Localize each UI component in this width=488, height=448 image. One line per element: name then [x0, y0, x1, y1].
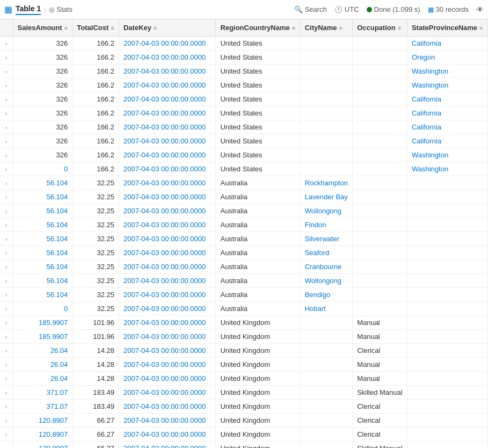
row-expand-cell[interactable]: ›	[0, 260, 13, 274]
stateprovincename-filter-icon[interactable]: ≡	[479, 25, 483, 31]
totalcost-filter-icon[interactable]: ≡	[111, 25, 114, 31]
row-expand-cell[interactable]: ›	[0, 428, 13, 442]
row-expand-cell[interactable]: ›	[0, 442, 13, 449]
row-expand-cell[interactable]: ›	[0, 92, 13, 106]
cell-occupation	[353, 246, 407, 260]
row-expand-cell[interactable]: ›	[0, 106, 13, 120]
table-container: SalesAmount ≡ TotalCost ≡ DateKey ≡	[0, 19, 488, 448]
row-expand-cell[interactable]: ›	[0, 190, 13, 204]
col-datekey[interactable]: DateKey ≡	[119, 19, 216, 37]
row-expand-cell[interactable]: ›	[0, 288, 13, 302]
cell-datekey: 2007-04-03 00:00:00.0000	[119, 106, 216, 120]
expand-icon: ›	[5, 83, 7, 89]
utc-button[interactable]: 🕐 UTC	[334, 5, 359, 13]
cell-datekey: 2007-04-03 00:00:00.0000	[119, 330, 216, 344]
row-expand-cell[interactable]: ›	[0, 64, 13, 78]
occupation-filter-icon[interactable]: ≡	[398, 25, 401, 31]
toolbar: ▦ Table 1 | ◎ Stats 🔍 Search 🕐 UTC Done …	[0, 0, 488, 19]
records-button[interactable]: ▦ 30 records	[428, 5, 469, 13]
visibility-button[interactable]: 👁	[476, 5, 484, 14]
cell-salesamount: 326	[13, 78, 72, 92]
row-expand-cell[interactable]: ›	[0, 344, 13, 358]
cell-salesamount: 56.104	[13, 274, 72, 288]
stats-label: Stats	[56, 5, 72, 13]
col-cityname[interactable]: CityName ≡	[300, 19, 353, 37]
done-label: Done (1.099 s)	[374, 5, 420, 13]
cell-occupation	[353, 204, 407, 218]
col-totalcost-label: TotalCost	[77, 24, 108, 32]
search-button[interactable]: 🔍 Search	[294, 5, 327, 13]
col-expand	[0, 19, 13, 37]
cell-datekey: 2007-04-03 00:00:00.0000	[119, 274, 216, 288]
salesamount-filter-icon[interactable]: ≡	[64, 25, 68, 31]
row-expand-cell[interactable]: ›	[0, 176, 13, 190]
cityname-filter-icon[interactable]: ≡	[339, 25, 343, 31]
stats-button[interactable]: ◎ Stats	[49, 5, 72, 13]
col-stateprovincename-label: StateProvinceName	[412, 24, 477, 32]
row-expand-cell[interactable]: ›	[0, 204, 13, 218]
cell-cityname	[300, 50, 353, 64]
regioncountryname-filter-icon[interactable]: ≡	[292, 25, 295, 31]
col-regioncountryname[interactable]: RegionCountryName ≡	[216, 19, 300, 37]
cell-regioncountryname: United States	[216, 50, 300, 64]
cell-stateprovincename	[407, 190, 487, 204]
cell-occupation	[353, 162, 407, 176]
row-expand-cell[interactable]: ›	[0, 372, 13, 386]
row-expand-cell[interactable]: ›	[0, 134, 13, 148]
row-expand-cell[interactable]: ›	[0, 274, 13, 288]
row-expand-cell[interactable]: ›	[0, 414, 13, 428]
cell-datekey: 2007-04-03 00:00:00.0000	[119, 316, 216, 330]
table-row: ›326166.22007-04-03 00:00:00.0000United …	[0, 50, 488, 64]
row-expand-cell[interactable]: ›	[0, 232, 13, 246]
row-expand-cell[interactable]: ›	[0, 78, 13, 92]
cell-datekey: 2007-04-03 00:00:00.0000	[119, 37, 216, 50]
row-expand-cell[interactable]: ›	[0, 218, 13, 232]
row-expand-cell[interactable]: ›	[0, 400, 13, 414]
cell-stateprovincename: Oregon	[407, 50, 487, 64]
cell-regioncountryname: United States	[216, 148, 300, 162]
cell-occupation	[353, 148, 407, 162]
cell-stateprovincename: California	[407, 134, 487, 148]
cell-regioncountryname: United States	[216, 134, 300, 148]
cell-occupation: Skilled Manual	[353, 386, 407, 400]
col-stateprovincename[interactable]: StateProvinceName ≡	[407, 19, 487, 37]
cell-regioncountryname: United Kingdom	[216, 400, 300, 414]
row-expand-cell[interactable]: ›	[0, 50, 13, 64]
cell-datekey: 2007-04-03 00:00:00.0000	[119, 372, 216, 386]
col-salesamount[interactable]: SalesAmount ≡	[13, 19, 72, 37]
cell-cityname	[300, 148, 353, 162]
row-expand-cell[interactable]: ›	[0, 302, 13, 316]
datekey-filter-icon[interactable]: ≡	[154, 25, 157, 31]
cell-datekey: 2007-04-03 00:00:00.0000	[119, 232, 216, 246]
row-expand-cell[interactable]: ›	[0, 162, 13, 176]
row-expand-cell[interactable]: ›	[0, 358, 13, 372]
cell-cityname	[300, 92, 353, 106]
cell-regioncountryname: United States	[216, 120, 300, 134]
row-expand-cell[interactable]: ›	[0, 246, 13, 260]
cell-stateprovincename	[407, 274, 487, 288]
cell-cityname: Findon	[300, 218, 353, 232]
table-row: ›326166.22007-04-03 00:00:00.0000United …	[0, 78, 488, 92]
row-expand-cell[interactable]: ›	[0, 316, 13, 330]
row-expand-cell[interactable]: ›	[0, 330, 13, 344]
cell-salesamount: 56.104	[13, 246, 72, 260]
expand-icon: ›	[5, 418, 7, 424]
col-totalcost[interactable]: TotalCost ≡	[72, 19, 119, 37]
cell-totalcost: 166.2	[72, 64, 119, 78]
cell-stateprovincename: California	[407, 106, 487, 120]
cell-totalcost: 14.28	[72, 358, 119, 372]
cell-datekey: 2007-04-03 00:00:00.0000	[119, 120, 216, 134]
row-expand-cell[interactable]: ›	[0, 120, 13, 134]
cell-datekey: 2007-04-03 00:00:00.0000	[119, 162, 216, 176]
row-expand-cell[interactable]: ›	[0, 148, 13, 162]
cell-regioncountryname: United Kingdom	[216, 428, 300, 442]
cell-stateprovincename: California	[407, 37, 487, 50]
cell-occupation: Manual	[353, 316, 407, 330]
col-occupation[interactable]: Occupation ≡	[353, 19, 407, 37]
row-expand-cell[interactable]: ›	[0, 37, 13, 50]
row-expand-cell[interactable]: ›	[0, 386, 13, 400]
cell-totalcost: 32.25	[72, 246, 119, 260]
cell-cityname: Bendigo	[300, 288, 353, 302]
expand-icon: ›	[5, 139, 7, 144]
cell-totalcost: 166.2	[72, 148, 119, 162]
